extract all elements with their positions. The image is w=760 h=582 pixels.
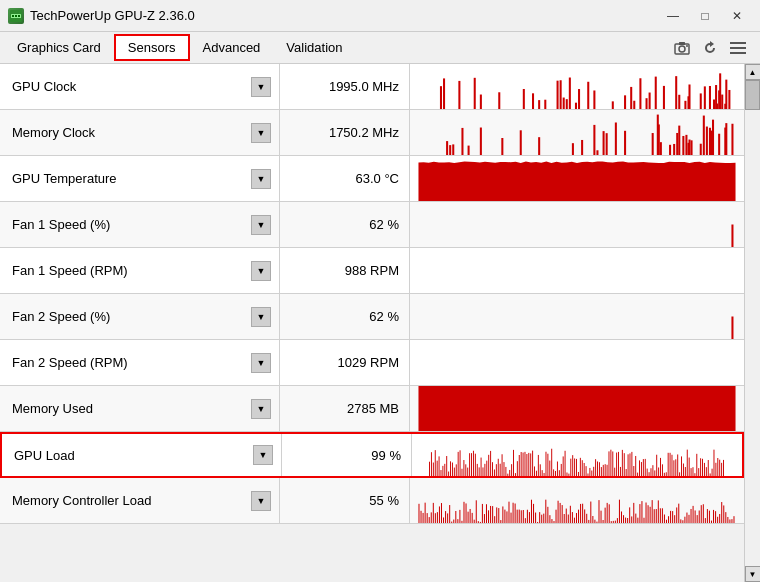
svg-rect-96	[724, 128, 726, 155]
dropdown-arrow-icon[interactable]: ▼	[251, 307, 271, 327]
menu-icon-button[interactable]	[726, 36, 750, 60]
svg-rect-274	[457, 519, 458, 523]
svg-rect-24	[563, 98, 565, 109]
svg-rect-197	[614, 468, 615, 476]
scroll-up-button[interactable]: ▲	[745, 64, 761, 80]
svg-rect-281	[472, 513, 473, 523]
svg-rect-308	[527, 510, 528, 523]
svg-rect-154	[532, 451, 533, 476]
svg-rect-125	[477, 464, 478, 476]
svg-rect-216	[651, 468, 652, 476]
svg-rect-26	[569, 78, 571, 109]
svg-rect-275	[459, 510, 460, 523]
dropdown-arrow-icon[interactable]: ▼	[251, 353, 271, 373]
svg-rect-245	[706, 467, 707, 476]
dropdown-arrow-icon[interactable]: ▼	[251, 169, 271, 189]
svg-rect-302	[515, 504, 516, 523]
svg-rect-147	[519, 455, 520, 476]
svg-rect-160	[544, 473, 545, 476]
svg-rect-100	[429, 462, 430, 476]
camera-icon-button[interactable]	[670, 36, 694, 60]
sensor-name-label: Memory Controller Load	[12, 493, 151, 508]
scroll-thumb[interactable]	[745, 80, 760, 110]
minimize-button[interactable]: —	[658, 6, 688, 26]
svg-rect-222	[662, 464, 663, 476]
svg-rect-134	[494, 469, 495, 476]
svg-rect-256	[421, 511, 422, 523]
svg-rect-40	[704, 86, 706, 109]
svg-rect-21	[544, 100, 546, 109]
svg-rect-307	[525, 518, 526, 523]
sensor-name-cell: Memory Clock▼	[0, 110, 280, 155]
svg-rect-68	[593, 125, 595, 155]
svg-rect-212	[643, 459, 644, 476]
maximize-button[interactable]: □	[690, 6, 720, 26]
tab-graphics-card[interactable]: Graphics Card	[4, 35, 114, 60]
svg-rect-329	[570, 506, 571, 523]
svg-rect-175	[572, 455, 573, 476]
svg-rect-83	[731, 124, 733, 155]
svg-rect-355	[623, 515, 624, 523]
svg-rect-323	[558, 501, 559, 523]
svg-rect-253	[721, 463, 722, 476]
svg-rect-122	[471, 453, 472, 476]
dropdown-arrow-icon[interactable]: ▼	[251, 77, 271, 97]
svg-rect-22	[557, 81, 559, 109]
dropdown-arrow-icon[interactable]: ▼	[251, 491, 271, 511]
svg-rect-304	[519, 510, 520, 523]
svg-rect-316	[543, 514, 544, 523]
dropdown-arrow-icon[interactable]: ▼	[251, 261, 271, 281]
svg-rect-293	[496, 507, 497, 523]
refresh-icon-button[interactable]	[698, 36, 722, 60]
sensor-name-cell: Memory Used▼	[0, 386, 280, 431]
tab-validation[interactable]: Validation	[273, 35, 355, 60]
svg-rect-234	[685, 467, 686, 476]
dropdown-arrow-icon[interactable]: ▼	[251, 123, 271, 143]
svg-rect-319	[549, 515, 550, 523]
svg-rect-55	[721, 95, 723, 109]
dropdown-arrow-icon[interactable]: ▼	[251, 399, 271, 419]
scroll-down-button[interactable]: ▼	[745, 566, 761, 582]
svg-rect-380	[674, 515, 675, 523]
svg-rect-97	[731, 225, 733, 248]
svg-rect-404	[723, 505, 724, 523]
svg-rect-173	[568, 474, 569, 476]
svg-rect-132	[490, 451, 491, 476]
svg-rect-357	[627, 518, 628, 523]
svg-rect-331	[574, 518, 575, 523]
sensor-value: 988 RPM	[280, 248, 410, 293]
svg-rect-375	[664, 515, 665, 523]
svg-rect-208	[635, 456, 636, 476]
svg-rect-258	[425, 503, 426, 523]
svg-rect-9	[730, 42, 746, 44]
svg-rect-185	[591, 470, 592, 476]
app-icon	[8, 8, 24, 24]
svg-rect-226	[670, 453, 671, 476]
svg-rect-52	[709, 86, 711, 109]
svg-rect-29	[587, 82, 589, 109]
svg-rect-12	[440, 86, 442, 109]
svg-rect-84	[657, 115, 659, 155]
svg-rect-301	[513, 503, 514, 523]
svg-rect-396	[707, 509, 708, 523]
svg-rect-180	[582, 460, 583, 476]
svg-rect-34	[633, 101, 635, 109]
svg-rect-117	[462, 469, 463, 476]
svg-rect-25	[566, 99, 568, 109]
svg-rect-156	[536, 471, 537, 476]
svg-rect-113	[454, 468, 455, 476]
svg-rect-341	[594, 520, 595, 523]
svg-rect-15	[474, 78, 476, 109]
tab-sensors[interactable]: Sensors	[114, 34, 190, 61]
svg-rect-400	[715, 511, 716, 523]
svg-rect-241	[698, 468, 699, 476]
svg-rect-65	[538, 137, 540, 155]
close-button[interactable]: ✕	[722, 6, 752, 26]
dropdown-arrow-icon[interactable]: ▼	[253, 445, 273, 465]
svg-rect-45	[728, 90, 730, 109]
svg-rect-118	[463, 460, 464, 476]
sensor-name-cell: GPU Clock▼	[0, 64, 280, 109]
dropdown-arrow-icon[interactable]: ▼	[251, 215, 271, 235]
svg-rect-371	[656, 509, 657, 523]
tab-advanced[interactable]: Advanced	[190, 35, 274, 60]
